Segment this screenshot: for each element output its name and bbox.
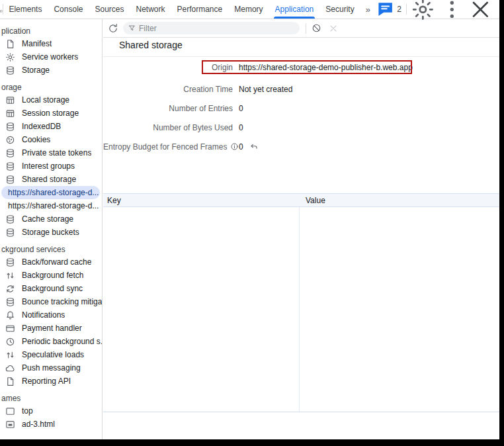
- frame-icon: [5, 406, 15, 416]
- database-icon: [5, 148, 15, 158]
- entropy-budget-label: Entropy Budget for Fenced Frames: [103, 141, 233, 153]
- document-icon: [5, 39, 15, 49]
- sidebar-item-payment-handler[interactable]: Payment handler: [0, 322, 102, 335]
- sidebar-item-back-forward-cache[interactable]: Back/forward cache: [0, 255, 102, 269]
- sidebar-item-reporting-api[interactable]: Reporting API: [0, 375, 102, 388]
- database-icon: [5, 175, 15, 185]
- filter-box[interactable]: [123, 22, 300, 34]
- table-body-empty[interactable]: [103, 207, 499, 412]
- sidebar-item-notifications[interactable]: Notifications: [0, 308, 102, 322]
- sidebar-item-cache-storage[interactable]: Cache storage: [0, 212, 102, 226]
- database-icon: [5, 228, 15, 238]
- column-header-value[interactable]: Value: [299, 196, 325, 205]
- tabbar-controls: 2: [376, 0, 499, 19]
- sidebar-item-storage[interactable]: Storage: [0, 64, 102, 77]
- sidebar-item-indexeddb[interactable]: IndexedDB: [0, 120, 102, 133]
- issues-bubble-icon: [376, 0, 394, 18]
- database-icon: [5, 257, 15, 267]
- sidebar-item-ckground-services: ckground services: [0, 244, 102, 255]
- more-tabs-button[interactable]: »: [360, 0, 376, 19]
- tab-security[interactable]: Security: [319, 0, 360, 19]
- creation-time-label: Creation Time: [103, 83, 233, 95]
- table-header-row: Key Value: [103, 193, 499, 207]
- tab-elements[interactable]: Elements: [3, 0, 48, 19]
- sidebar-item-manifest[interactable]: Manifest: [0, 37, 102, 50]
- application-sidebar: plication Manifest Service workers Stora…: [0, 19, 103, 439]
- devtools-tabbar: ElementsConsoleSourcesNetworkPerformance…: [0, 0, 499, 19]
- sidebar-item-bounce-tracking-mitiga[interactable]: Bounce tracking mitiga...: [0, 295, 102, 308]
- sidebar-item-ames: ames: [0, 392, 102, 404]
- refresh-button[interactable]: [108, 23, 118, 34]
- sidebar-item-background-sync[interactable]: Background sync: [0, 282, 102, 295]
- reset-budget-button[interactable]: [249, 142, 259, 152]
- sidebar-item-session-storage[interactable]: Session storage: [0, 107, 102, 120]
- title-divider: [103, 56, 499, 57]
- more-options-button[interactable]: [440, 0, 464, 21]
- tab-console[interactable]: Console: [48, 0, 89, 19]
- sidebar-item-interest-groups[interactable]: Interest groups: [0, 159, 102, 173]
- sidebar-item-service-workers[interactable]: Service workers: [0, 50, 102, 64]
- up-down-arrows-icon: [5, 350, 15, 360]
- number-of-bytes-label: Number of Bytes Used: [103, 122, 233, 134]
- tab-sources[interactable]: Sources: [89, 0, 130, 19]
- sidebar-item-push-messaging[interactable]: Push messaging: [0, 361, 102, 375]
- sidebar-item-shared-storage[interactable]: Shared storage: [0, 173, 102, 186]
- issues-count: 2: [397, 5, 401, 14]
- sidebar-item-storage-buckets[interactable]: Storage buckets: [0, 226, 102, 239]
- document-icon: [5, 377, 15, 386]
- sidebar-item-ad-3-html[interactable]: ad-3.html: [0, 418, 102, 431]
- entropy-budget-value: 0: [239, 141, 243, 153]
- cloud-icon: [5, 363, 15, 373]
- delete-selected-button[interactable]: [329, 24, 338, 33]
- page-title: Shared storage: [119, 40, 183, 50]
- shared-storage-items-table: Key Value: [103, 193, 499, 413]
- sidebar-item-plication: plication: [0, 25, 102, 37]
- funnel-icon: [128, 24, 136, 32]
- sidebar-item-top[interactable]: top: [0, 404, 102, 418]
- panel-toolbar: [103, 19, 499, 38]
- table-column-divider: [299, 207, 300, 412]
- tab-memory[interactable]: Memory: [228, 0, 269, 19]
- issues-counter[interactable]: 2: [376, 0, 401, 18]
- sidebar-item-private-state-tokens[interactable]: Private state tokens: [0, 146, 102, 159]
- sidebar-item-periodic-background-s[interactable]: Periodic background s...: [0, 335, 102, 348]
- sidebar-item-https-shared-storage-d[interactable]: https://shared-storage-d...: [1, 199, 100, 212]
- card-icon: [5, 324, 15, 334]
- info-icon[interactable]: [230, 142, 239, 151]
- gear-icon: [5, 52, 15, 62]
- sidebar-item-local-storage[interactable]: Local storage: [0, 93, 102, 107]
- database-icon: [5, 66, 15, 75]
- bell-icon: [5, 310, 15, 320]
- number-of-bytes-value: 0: [239, 122, 243, 134]
- sidebar-item-background-fetch[interactable]: Background fetch: [0, 269, 102, 282]
- sidebar-item-https-shared-storage-d[interactable]: https://shared-storage-d...: [1, 186, 100, 199]
- clear-all-button[interactable]: [312, 23, 321, 33]
- iframe-icon: [5, 420, 15, 429]
- tab-application[interactable]: Application: [269, 0, 320, 19]
- toolbar-separator: [306, 23, 306, 34]
- devtools-window: ElementsConsoleSourcesNetworkPerformance…: [0, 0, 499, 439]
- up-down-arrows-icon: [5, 271, 15, 281]
- filter-input[interactable]: [139, 24, 294, 33]
- database-icon: [5, 122, 15, 132]
- table-icon: [5, 109, 15, 118]
- tab-network[interactable]: Network: [130, 0, 171, 19]
- sync-icon: [5, 284, 15, 294]
- cookie-icon: [5, 135, 15, 145]
- table-icon: [5, 95, 15, 105]
- column-header-key[interactable]: Key: [103, 196, 299, 205]
- database-icon: [5, 297, 15, 307]
- settings-button[interactable]: [411, 0, 435, 21]
- database-icon: [5, 161, 15, 171]
- sidebar-item-speculative-loads[interactable]: Speculative loads: [0, 348, 102, 361]
- creation-time-value: Not yet created: [239, 83, 292, 95]
- origin-label: Origin: [103, 62, 233, 73]
- origin-value: https://shared-storage-demo-publisher-b.…: [239, 62, 413, 73]
- close-devtools-button[interactable]: [468, 0, 493, 21]
- number-of-entries-value: 0: [239, 103, 243, 114]
- database-icon: [5, 214, 15, 224]
- tab-performance[interactable]: Performance: [171, 0, 229, 19]
- clock-icon: [5, 337, 15, 347]
- shared-storage-panel: Shared storage Origin https://shared-sto…: [103, 19, 499, 439]
- sidebar-item-cookies[interactable]: Cookies: [0, 133, 102, 146]
